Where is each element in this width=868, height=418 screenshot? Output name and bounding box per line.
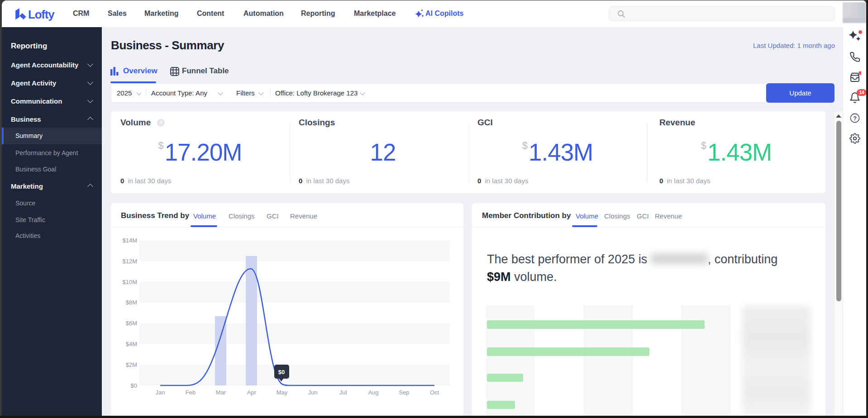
- svg-text:$6M: $6M: [126, 320, 137, 327]
- svg-text:Apr: Apr: [247, 389, 257, 396]
- svg-text:$10M: $10M: [122, 279, 137, 285]
- svg-text:Oct: Oct: [430, 389, 439, 396]
- svg-text:$12M: $12M: [122, 258, 137, 265]
- svg-text:$14M: $14M: [122, 237, 137, 244]
- svg-text:Aug: Aug: [368, 389, 378, 396]
- svg-text:Feb: Feb: [186, 389, 196, 396]
- svg-text:Sep: Sep: [399, 389, 409, 396]
- svg-text:$8M: $8M: [126, 299, 137, 306]
- svg-text:Jun: Jun: [308, 389, 318, 396]
- svg-text:$4M: $4M: [126, 341, 137, 347]
- svg-text:Jul: Jul: [339, 389, 347, 396]
- svg-text:May: May: [277, 389, 288, 396]
- svg-text:$2M: $2M: [126, 361, 137, 368]
- svg-text:$0: $0: [278, 369, 285, 375]
- svg-text:Jan: Jan: [156, 389, 165, 396]
- svg-text:?: ?: [853, 115, 857, 122]
- svg-text:Mar: Mar: [216, 389, 226, 396]
- svg-text:$0: $0: [131, 382, 137, 389]
